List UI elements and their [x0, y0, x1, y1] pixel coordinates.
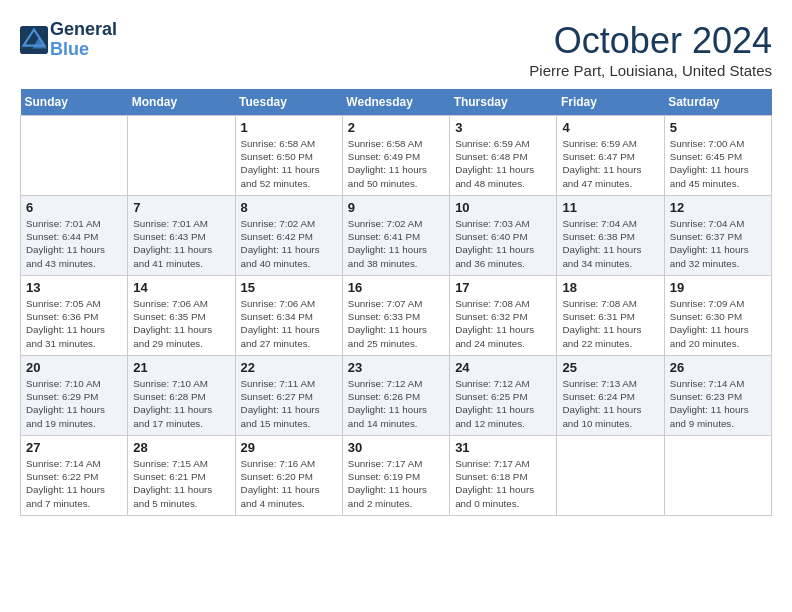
calendar-cell: 6Sunrise: 7:01 AM Sunset: 6:44 PM Daylig… [21, 196, 128, 276]
day-info: Sunrise: 7:01 AM Sunset: 6:44 PM Dayligh… [26, 217, 122, 270]
weekday-header-monday: Monday [128, 89, 235, 116]
day-info: Sunrise: 6:58 AM Sunset: 6:50 PM Dayligh… [241, 137, 337, 190]
day-info: Sunrise: 7:14 AM Sunset: 6:23 PM Dayligh… [670, 377, 766, 430]
day-number: 11 [562, 200, 658, 215]
calendar-cell: 25Sunrise: 7:13 AM Sunset: 6:24 PM Dayli… [557, 356, 664, 436]
day-info: Sunrise: 7:06 AM Sunset: 6:34 PM Dayligh… [241, 297, 337, 350]
day-info: Sunrise: 7:12 AM Sunset: 6:25 PM Dayligh… [455, 377, 551, 430]
calendar-cell: 4Sunrise: 6:59 AM Sunset: 6:47 PM Daylig… [557, 116, 664, 196]
calendar-cell: 21Sunrise: 7:10 AM Sunset: 6:28 PM Dayli… [128, 356, 235, 436]
calendar-cell: 16Sunrise: 7:07 AM Sunset: 6:33 PM Dayli… [342, 276, 449, 356]
calendar-cell: 29Sunrise: 7:16 AM Sunset: 6:20 PM Dayli… [235, 436, 342, 516]
day-number: 16 [348, 280, 444, 295]
calendar-cell: 19Sunrise: 7:09 AM Sunset: 6:30 PM Dayli… [664, 276, 771, 356]
day-number: 2 [348, 120, 444, 135]
logo-text-line1: General [50, 20, 117, 40]
day-number: 4 [562, 120, 658, 135]
day-info: Sunrise: 7:12 AM Sunset: 6:26 PM Dayligh… [348, 377, 444, 430]
weekday-header-friday: Friday [557, 89, 664, 116]
day-info: Sunrise: 7:03 AM Sunset: 6:40 PM Dayligh… [455, 217, 551, 270]
day-number: 29 [241, 440, 337, 455]
calendar-cell: 20Sunrise: 7:10 AM Sunset: 6:29 PM Dayli… [21, 356, 128, 436]
page-header: General Blue October 2024 Pierre Part, L… [20, 20, 772, 79]
calendar-cell: 18Sunrise: 7:08 AM Sunset: 6:31 PM Dayli… [557, 276, 664, 356]
week-row-5: 27Sunrise: 7:14 AM Sunset: 6:22 PM Dayli… [21, 436, 772, 516]
day-number: 3 [455, 120, 551, 135]
day-number: 28 [133, 440, 229, 455]
day-info: Sunrise: 7:10 AM Sunset: 6:29 PM Dayligh… [26, 377, 122, 430]
day-number: 17 [455, 280, 551, 295]
calendar-cell: 3Sunrise: 6:59 AM Sunset: 6:48 PM Daylig… [450, 116, 557, 196]
weekday-header-row: SundayMondayTuesdayWednesdayThursdayFrid… [21, 89, 772, 116]
day-number: 26 [670, 360, 766, 375]
week-row-4: 20Sunrise: 7:10 AM Sunset: 6:29 PM Dayli… [21, 356, 772, 436]
calendar-cell: 28Sunrise: 7:15 AM Sunset: 6:21 PM Dayli… [128, 436, 235, 516]
day-info: Sunrise: 7:04 AM Sunset: 6:38 PM Dayligh… [562, 217, 658, 270]
calendar-cell [21, 116, 128, 196]
day-info: Sunrise: 7:10 AM Sunset: 6:28 PM Dayligh… [133, 377, 229, 430]
title-block: October 2024 Pierre Part, Louisiana, Uni… [529, 20, 772, 79]
day-number: 10 [455, 200, 551, 215]
calendar-cell: 7Sunrise: 7:01 AM Sunset: 6:43 PM Daylig… [128, 196, 235, 276]
calendar-cell: 26Sunrise: 7:14 AM Sunset: 6:23 PM Dayli… [664, 356, 771, 436]
day-info: Sunrise: 7:17 AM Sunset: 6:19 PM Dayligh… [348, 457, 444, 510]
calendar-cell: 15Sunrise: 7:06 AM Sunset: 6:34 PM Dayli… [235, 276, 342, 356]
day-info: Sunrise: 7:14 AM Sunset: 6:22 PM Dayligh… [26, 457, 122, 510]
calendar-cell [664, 436, 771, 516]
day-number: 31 [455, 440, 551, 455]
calendar-cell: 9Sunrise: 7:02 AM Sunset: 6:41 PM Daylig… [342, 196, 449, 276]
calendar-table: SundayMondayTuesdayWednesdayThursdayFrid… [20, 89, 772, 516]
day-info: Sunrise: 6:58 AM Sunset: 6:49 PM Dayligh… [348, 137, 444, 190]
weekday-header-wednesday: Wednesday [342, 89, 449, 116]
day-number: 22 [241, 360, 337, 375]
calendar-cell: 1Sunrise: 6:58 AM Sunset: 6:50 PM Daylig… [235, 116, 342, 196]
calendar-cell [128, 116, 235, 196]
logo: General Blue [20, 20, 117, 60]
day-info: Sunrise: 7:08 AM Sunset: 6:31 PM Dayligh… [562, 297, 658, 350]
day-info: Sunrise: 7:11 AM Sunset: 6:27 PM Dayligh… [241, 377, 337, 430]
logo-icon [20, 26, 48, 54]
week-row-3: 13Sunrise: 7:05 AM Sunset: 6:36 PM Dayli… [21, 276, 772, 356]
weekday-header-thursday: Thursday [450, 89, 557, 116]
day-info: Sunrise: 7:13 AM Sunset: 6:24 PM Dayligh… [562, 377, 658, 430]
day-info: Sunrise: 7:16 AM Sunset: 6:20 PM Dayligh… [241, 457, 337, 510]
day-info: Sunrise: 6:59 AM Sunset: 6:47 PM Dayligh… [562, 137, 658, 190]
day-number: 21 [133, 360, 229, 375]
day-number: 19 [670, 280, 766, 295]
day-number: 8 [241, 200, 337, 215]
day-info: Sunrise: 7:02 AM Sunset: 6:42 PM Dayligh… [241, 217, 337, 270]
weekday-header-saturday: Saturday [664, 89, 771, 116]
weekday-header-sunday: Sunday [21, 89, 128, 116]
calendar-cell: 13Sunrise: 7:05 AM Sunset: 6:36 PM Dayli… [21, 276, 128, 356]
calendar-cell: 31Sunrise: 7:17 AM Sunset: 6:18 PM Dayli… [450, 436, 557, 516]
day-number: 7 [133, 200, 229, 215]
calendar-cell: 14Sunrise: 7:06 AM Sunset: 6:35 PM Dayli… [128, 276, 235, 356]
day-info: Sunrise: 6:59 AM Sunset: 6:48 PM Dayligh… [455, 137, 551, 190]
calendar-cell: 10Sunrise: 7:03 AM Sunset: 6:40 PM Dayli… [450, 196, 557, 276]
calendar-cell: 12Sunrise: 7:04 AM Sunset: 6:37 PM Dayli… [664, 196, 771, 276]
day-info: Sunrise: 7:15 AM Sunset: 6:21 PM Dayligh… [133, 457, 229, 510]
day-info: Sunrise: 7:07 AM Sunset: 6:33 PM Dayligh… [348, 297, 444, 350]
day-number: 5 [670, 120, 766, 135]
day-number: 27 [26, 440, 122, 455]
day-number: 25 [562, 360, 658, 375]
day-number: 13 [26, 280, 122, 295]
calendar-cell: 23Sunrise: 7:12 AM Sunset: 6:26 PM Dayli… [342, 356, 449, 436]
day-number: 30 [348, 440, 444, 455]
day-number: 20 [26, 360, 122, 375]
week-row-1: 1Sunrise: 6:58 AM Sunset: 6:50 PM Daylig… [21, 116, 772, 196]
day-number: 24 [455, 360, 551, 375]
month-title: October 2024 [529, 20, 772, 62]
calendar-cell: 30Sunrise: 7:17 AM Sunset: 6:19 PM Dayli… [342, 436, 449, 516]
day-number: 18 [562, 280, 658, 295]
calendar-cell: 11Sunrise: 7:04 AM Sunset: 6:38 PM Dayli… [557, 196, 664, 276]
week-row-2: 6Sunrise: 7:01 AM Sunset: 6:44 PM Daylig… [21, 196, 772, 276]
calendar-cell: 8Sunrise: 7:02 AM Sunset: 6:42 PM Daylig… [235, 196, 342, 276]
day-info: Sunrise: 7:09 AM Sunset: 6:30 PM Dayligh… [670, 297, 766, 350]
calendar-cell: 5Sunrise: 7:00 AM Sunset: 6:45 PM Daylig… [664, 116, 771, 196]
day-info: Sunrise: 7:00 AM Sunset: 6:45 PM Dayligh… [670, 137, 766, 190]
day-info: Sunrise: 7:17 AM Sunset: 6:18 PM Dayligh… [455, 457, 551, 510]
calendar-cell: 22Sunrise: 7:11 AM Sunset: 6:27 PM Dayli… [235, 356, 342, 436]
day-number: 6 [26, 200, 122, 215]
day-number: 14 [133, 280, 229, 295]
